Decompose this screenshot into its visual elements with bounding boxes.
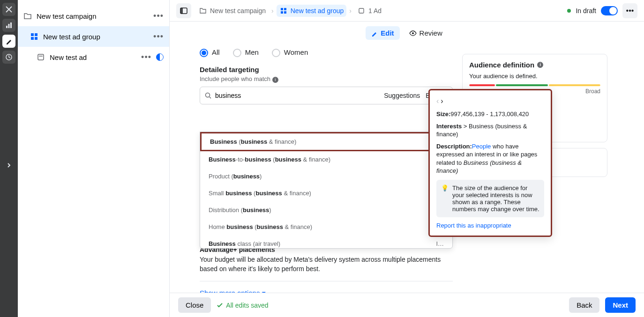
status-toggle[interactable] — [601, 6, 618, 15]
svg-rect-9 — [39, 56, 43, 57]
svg-point-18 — [206, 93, 210, 97]
saved-indicator: All edits saved — [217, 302, 268, 309]
gender-all-label: All — [212, 48, 220, 56]
form-column: All Men Women Detailed targeting Include… — [200, 44, 453, 293]
show-more-options[interactable]: Show more options ▾ — [200, 289, 453, 293]
gender-women-label: Women — [284, 48, 308, 56]
svg-rect-0 — [6, 26, 7, 28]
chart-icon[interactable] — [2, 19, 15, 32]
close-rail-icon[interactable] — [2, 3, 15, 16]
tooltip-prev[interactable]: ‹ — [436, 97, 439, 105]
panel-toggle-icon[interactable] — [176, 3, 191, 18]
tab-review-label: Review — [419, 29, 442, 37]
svg-rect-1 — [8, 24, 10, 28]
check-icon — [217, 302, 223, 309]
left-rail — [0, 0, 18, 317]
gender-all[interactable]: All — [200, 48, 220, 57]
crumb-ads-label: 1 Ad — [368, 7, 382, 15]
tree-ad[interactable]: New test ad ••• — [18, 47, 169, 67]
more-menu-icon[interactable]: ••• — [622, 3, 637, 18]
interest-tooltip: ‹› Size:997,456,139 - 1,173,008,420 Inte… — [428, 89, 552, 237]
close-button[interactable]: Close — [178, 297, 211, 313]
chevron-right-icon: › — [271, 7, 274, 15]
suggestions-link[interactable]: Suggestions — [384, 92, 420, 99]
campaign-tree: New test campaign ••• New test ad group … — [18, 0, 170, 317]
dropdown-item-6[interactable]: Business class (air travel)I… — [200, 236, 452, 249]
targeting-search-input[interactable] — [215, 92, 384, 99]
crumb-campaign-label: New test campaign — [210, 7, 266, 15]
tree-ad-label: New test ad — [50, 53, 87, 61]
report-link[interactable]: Report this as inappropriate — [436, 222, 544, 229]
grid-icon — [30, 32, 38, 41]
audience-gauge — [469, 84, 600, 86]
tree-adgroup-label: New test ad group — [43, 33, 100, 41]
chevron-down-icon: ▾ — [262, 289, 266, 293]
info-icon[interactable]: i — [272, 77, 278, 83]
expand-rail-icon[interactable] — [2, 159, 15, 172]
gender-women[interactable]: Women — [272, 48, 308, 57]
targeting-dropdown: Business (business & finance) Business-t… — [200, 132, 453, 249]
next-button[interactable]: Next — [605, 297, 636, 313]
svg-rect-16 — [359, 8, 364, 13]
tab-edit[interactable]: Edit — [366, 26, 399, 40]
detailed-targeting-heading: Detailed targeting — [200, 66, 453, 74]
dropdown-item-5[interactable]: Home business (business & finance)I… — [200, 219, 452, 236]
dropdown-item-0[interactable]: Business (business & finance) — [200, 132, 452, 151]
back-button[interactable]: Back — [569, 297, 599, 313]
svg-rect-14 — [281, 11, 283, 14]
status-dot — [567, 9, 571, 13]
ad-status-indicator — [156, 53, 164, 61]
pencil-icon — [371, 30, 378, 37]
ad-icon — [37, 53, 45, 61]
chevron-right-icon: › — [349, 7, 352, 15]
folder-icon — [199, 7, 207, 15]
targeting-search[interactable]: Suggestions Browse — [200, 87, 453, 104]
dropdown-item-3[interactable]: Small business (business & finance)I… — [200, 185, 452, 202]
tree-ad-menu[interactable]: ••• — [141, 52, 151, 62]
radio-icon — [272, 49, 280, 57]
tooltip-interests-label: Interests — [436, 123, 462, 130]
tree-adgroup[interactable]: New test ad group ••• — [18, 26, 169, 47]
folder-icon — [23, 12, 32, 20]
detailed-targeting-subheading: Include people who match i — [200, 75, 453, 83]
ad-icon — [357, 7, 366, 15]
advantage-placements-text: Your budget will be allocated by Meta's … — [200, 255, 453, 281]
clock-icon[interactable] — [2, 51, 15, 64]
search-icon — [205, 92, 211, 99]
info-icon[interactable]: i — [537, 62, 543, 68]
lightbulb-icon: 💡 — [441, 184, 449, 213]
crumb-adgroup[interactable]: New test ad group — [277, 5, 347, 17]
svg-rect-5 — [35, 33, 37, 36]
dropdown-item-2[interactable]: Product (business)I… — [200, 168, 452, 185]
tree-campaign-label: New test campaign — [37, 12, 97, 20]
gender-men[interactable]: Men — [233, 48, 259, 57]
tree-campaign[interactable]: New test campaign ••• — [18, 6, 169, 26]
tree-adgroup-menu[interactable]: ••• — [153, 32, 164, 42]
crumb-campaign[interactable]: New test campaign — [196, 5, 269, 17]
svg-point-17 — [412, 32, 414, 34]
crumb-adgroup-label: New test ad group — [291, 7, 344, 15]
svg-rect-13 — [284, 8, 286, 10]
tab-review[interactable]: Review — [404, 26, 448, 40]
svg-rect-6 — [31, 37, 34, 40]
tooltip-size-label: Size: — [436, 111, 450, 118]
tooltip-next[interactable]: › — [441, 97, 443, 105]
saved-label: All edits saved — [226, 302, 268, 309]
crumb-ads[interactable]: 1 Ad — [354, 5, 384, 17]
main-panel: New test campaign › New test ad group › … — [170, 0, 644, 317]
dropdown-item-4[interactable]: Distribution (business)I… — [200, 202, 452, 219]
mode-tabs: Edit Review — [170, 22, 644, 44]
eye-icon — [409, 30, 417, 36]
status-label: In draft — [576, 7, 596, 15]
radio-icon — [233, 49, 241, 57]
svg-rect-2 — [10, 22, 12, 28]
tree-campaign-menu[interactable]: ••• — [153, 11, 164, 21]
tooltip-hint-text: The size of the audience for your select… — [452, 184, 539, 213]
dropdown-item-1[interactable]: Business-to-business (business & finance… — [200, 151, 452, 168]
footer-bar: Close All edits saved Back Next — [170, 293, 644, 317]
edit-rail-icon[interactable] — [2, 35, 15, 48]
tab-edit-label: Edit — [381, 29, 394, 37]
grid-icon — [279, 7, 288, 15]
svg-rect-4 — [31, 33, 34, 36]
svg-rect-15 — [284, 11, 286, 14]
